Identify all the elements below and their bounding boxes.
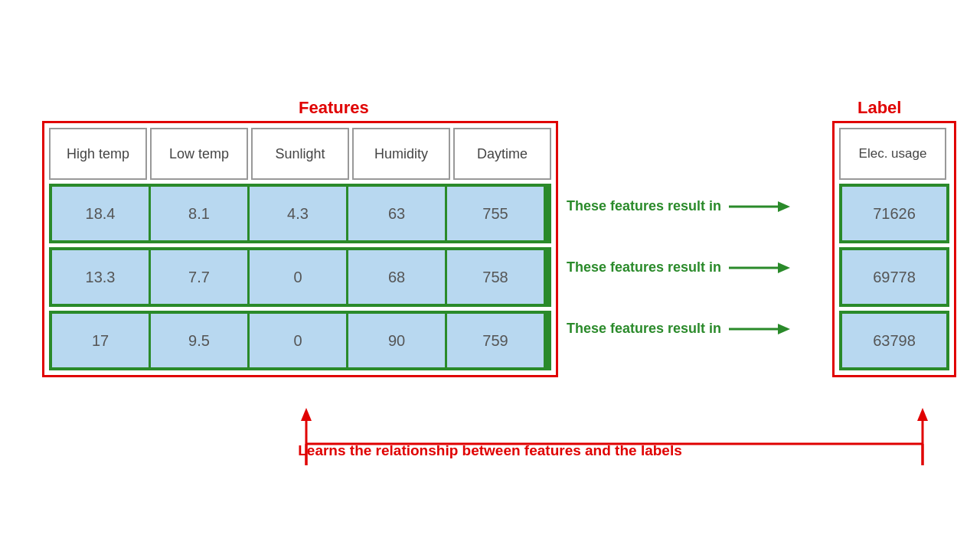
row2-col2: 7.7 (151, 250, 247, 304)
row3-col2: 9.5 (151, 314, 247, 367)
label-val-1: 71626 (842, 187, 946, 240)
svg-marker-1 (778, 201, 790, 212)
arrow-svg-2 (729, 260, 790, 276)
row1-col2: 8.1 (151, 187, 247, 240)
arrow-row-3: These features result in (567, 321, 790, 337)
row1-col5: 755 (447, 187, 544, 240)
features-title: Features (299, 98, 369, 118)
label-row-2: 69778 (839, 247, 949, 307)
label-row-1: 71626 (839, 184, 949, 243)
header-low-temp: Low temp (150, 128, 248, 180)
row3-col5: 759 (447, 314, 544, 367)
label-title: Label (858, 98, 901, 118)
row3-col1: 17 (52, 314, 149, 367)
row3-col4: 90 (348, 314, 445, 367)
row1-col3: 4.3 (250, 187, 346, 240)
arrow-label-3: These features result in (567, 321, 721, 337)
svg-marker-7 (301, 408, 312, 421)
label-header: Elec. usage (839, 128, 946, 180)
data-row-2: 13.3 7.7 0 68 758 (49, 247, 551, 307)
row1-col1: 18.4 (52, 187, 149, 240)
header-daytime: Daytime (453, 128, 551, 180)
label-val-3: 63798 (842, 314, 946, 367)
svg-marker-3 (778, 262, 790, 273)
row2-col5: 758 (447, 250, 544, 304)
label-box: Elec. usage 71626 69778 63798 (832, 121, 956, 377)
arrow-label-1: These features result in (567, 198, 721, 214)
features-box: High temp Low temp Sunlight Humidity Day… (42, 121, 558, 377)
label-row-3: 63798 (839, 311, 949, 370)
svg-marker-5 (778, 324, 790, 334)
arrow-svg-3 (729, 321, 790, 337)
svg-marker-10 (917, 408, 928, 421)
row2-col4: 68 (348, 250, 445, 304)
row1-col4: 63 (348, 187, 445, 240)
row2-col1: 13.3 (52, 250, 149, 304)
features-header-row: High temp Low temp Sunlight Humidity Day… (49, 128, 551, 180)
row3-col3: 0 (250, 314, 346, 367)
row2-col3: 0 (250, 250, 346, 304)
data-row-3: 17 9.5 0 90 759 (49, 311, 551, 370)
header-sunlight: Sunlight (251, 128, 349, 180)
arrow-label-2: These features result in (567, 259, 721, 276)
arrow-row-2: These features result in (567, 259, 790, 276)
header-humidity: Humidity (352, 128, 450, 180)
label-val-2: 69778 (842, 250, 946, 304)
arrow-svg-1 (729, 199, 790, 214)
arrow-row-1: These features result in (567, 198, 790, 214)
header-high-temp: High temp (49, 128, 147, 180)
data-row-1: 18.4 8.1 4.3 63 755 (49, 184, 551, 243)
bottom-text: Learns the relationship between features… (153, 442, 827, 459)
